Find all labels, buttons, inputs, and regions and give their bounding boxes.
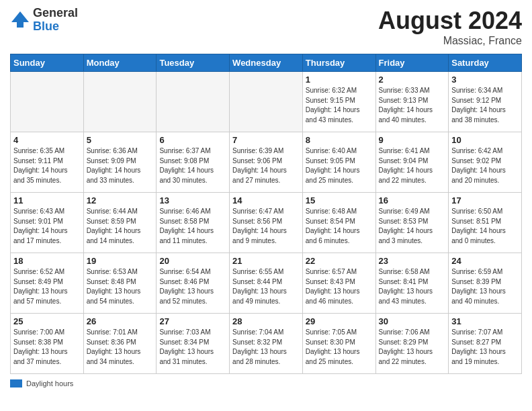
calendar-day-cell: 4Sunrise: 6:35 AM Sunset: 9:11 PM Daylig… [11,132,84,193]
day-info: Sunrise: 6:55 AM Sunset: 8:44 PM Dayligh… [232,267,300,306]
calendar-day-cell: 10Sunrise: 6:42 AM Sunset: 9:02 PM Dayli… [449,132,522,193]
day-info: Sunrise: 7:05 AM Sunset: 8:30 PM Dayligh… [306,328,373,367]
calendar-week-row: 4Sunrise: 6:35 AM Sunset: 9:11 PM Daylig… [11,132,522,193]
logo-general: General [33,7,78,20]
day-info: Sunrise: 6:32 AM Sunset: 9:15 PM Dayligh… [306,86,373,125]
calendar-day-cell: 19Sunrise: 6:53 AM Sunset: 8:48 PM Dayli… [83,253,157,314]
day-number: 28 [232,316,300,326]
day-number: 3 [451,75,519,85]
calendar-week-row: 18Sunrise: 6:52 AM Sunset: 8:49 PM Dayli… [11,253,522,314]
day-info: Sunrise: 6:50 AM Sunset: 8:51 PM Dayligh… [451,207,519,246]
day-number: 17 [451,195,519,205]
day-info: Sunrise: 7:04 AM Sunset: 8:32 PM Dayligh… [232,328,300,367]
day-number: 31 [451,316,519,326]
calendar-day-cell: 12Sunrise: 6:44 AM Sunset: 8:59 PM Dayli… [83,193,157,253]
day-info: Sunrise: 6:54 AM Sunset: 8:46 PM Dayligh… [159,267,226,306]
day-number: 1 [306,75,373,85]
day-number: 7 [232,135,300,145]
day-info: Sunrise: 6:46 AM Sunset: 8:58 PM Dayligh… [159,207,226,246]
day-number: 30 [379,316,446,326]
day-number: 29 [306,316,373,326]
day-info: Sunrise: 6:41 AM Sunset: 9:04 PM Dayligh… [379,146,446,185]
day-info: Sunrise: 6:37 AM Sunset: 9:08 PM Dayligh… [159,146,226,185]
calendar-day-cell: 21Sunrise: 6:55 AM Sunset: 8:44 PM Dayli… [230,253,303,314]
calendar-day-cell: 2Sunrise: 6:33 AM Sunset: 9:13 PM Daylig… [375,72,449,132]
day-number: 25 [13,316,81,326]
header-friday: Friday [375,54,449,72]
day-info: Sunrise: 6:59 AM Sunset: 8:39 PM Dayligh… [451,267,519,306]
day-number: 13 [159,195,226,205]
day-number: 5 [87,135,154,145]
day-info: Sunrise: 6:58 AM Sunset: 8:41 PM Dayligh… [379,267,446,306]
day-info: Sunrise: 6:34 AM Sunset: 9:12 PM Dayligh… [451,86,519,125]
calendar-day-cell: 17Sunrise: 6:50 AM Sunset: 8:51 PM Dayli… [449,193,522,253]
day-info: Sunrise: 6:42 AM Sunset: 9:02 PM Dayligh… [451,146,519,185]
day-info: Sunrise: 6:39 AM Sunset: 9:06 PM Dayligh… [232,146,300,185]
calendar-day-cell: 26Sunrise: 7:01 AM Sunset: 8:36 PM Dayli… [83,314,157,374]
day-number: 22 [306,256,373,266]
calendar-day-cell: 24Sunrise: 6:59 AM Sunset: 8:39 PM Dayli… [449,253,522,314]
svg-marker-0 [11,11,29,22]
header-thursday: Thursday [302,54,375,72]
header-tuesday: Tuesday [157,54,230,72]
logo: General Blue [10,7,78,34]
calendar-day-cell [83,72,157,132]
day-number: 26 [87,316,154,326]
logo-text: General Blue [33,7,78,34]
day-number: 16 [379,195,446,205]
day-number: 14 [232,195,300,205]
calendar-week-row: 1Sunrise: 6:32 AM Sunset: 9:15 PM Daylig… [11,72,522,132]
day-info: Sunrise: 6:35 AM Sunset: 9:11 PM Dayligh… [13,146,81,185]
calendar-day-cell: 30Sunrise: 7:06 AM Sunset: 8:29 PM Dayli… [375,314,449,374]
page-header: General Blue August 2024 Massiac, France [10,7,522,47]
calendar-day-cell: 31Sunrise: 7:07 AM Sunset: 8:27 PM Dayli… [449,314,522,374]
day-number: 2 [379,75,446,85]
header-saturday: Saturday [449,54,522,72]
month-year-title: August 2024 [378,7,522,35]
calendar-day-cell: 22Sunrise: 6:57 AM Sunset: 8:43 PM Dayli… [302,253,375,314]
day-info: Sunrise: 6:33 AM Sunset: 9:13 PM Dayligh… [379,86,446,125]
day-info: Sunrise: 7:06 AM Sunset: 8:29 PM Dayligh… [379,328,446,367]
calendar-day-cell: 3Sunrise: 6:34 AM Sunset: 9:12 PM Daylig… [449,72,522,132]
day-number: 15 [306,195,373,205]
day-number: 8 [306,135,373,145]
calendar-week-row: 25Sunrise: 7:00 AM Sunset: 8:38 PM Dayli… [11,314,522,374]
header-wednesday: Wednesday [230,54,303,72]
svg-rect-1 [17,22,24,28]
day-info: Sunrise: 6:40 AM Sunset: 9:05 PM Dayligh… [306,146,373,185]
day-info: Sunrise: 6:44 AM Sunset: 8:59 PM Dayligh… [87,207,154,246]
calendar-day-cell [157,72,230,132]
calendar-header-row: Sunday Monday Tuesday Wednesday Thursday… [11,54,522,72]
calendar-week-row: 11Sunrise: 6:43 AM Sunset: 9:01 PM Dayli… [11,193,522,253]
calendar-day-cell: 6Sunrise: 6:37 AM Sunset: 9:08 PM Daylig… [157,132,230,193]
calendar-day-cell: 20Sunrise: 6:54 AM Sunset: 8:46 PM Dayli… [157,253,230,314]
title-block: August 2024 Massiac, France [378,7,522,47]
day-number: 21 [232,256,300,266]
calendar-day-cell [11,72,84,132]
calendar-day-cell [230,72,303,132]
calendar-footer: Daylight hours [10,379,522,387]
legend-bar-icon [10,379,22,387]
day-info: Sunrise: 7:01 AM Sunset: 8:36 PM Dayligh… [87,328,154,367]
generalblue-logo-icon [10,10,30,30]
day-number: 27 [159,316,226,326]
location-subtitle: Massiac, France [378,35,522,47]
calendar-day-cell: 8Sunrise: 6:40 AM Sunset: 9:05 PM Daylig… [302,132,375,193]
calendar-day-cell: 14Sunrise: 6:47 AM Sunset: 8:56 PM Dayli… [230,193,303,253]
calendar-day-cell: 16Sunrise: 6:49 AM Sunset: 8:53 PM Dayli… [375,193,449,253]
calendar-day-cell: 27Sunrise: 7:03 AM Sunset: 8:34 PM Dayli… [157,314,230,374]
day-info: Sunrise: 6:49 AM Sunset: 8:53 PM Dayligh… [379,207,446,246]
header-monday: Monday [83,54,157,72]
day-info: Sunrise: 6:47 AM Sunset: 8:56 PM Dayligh… [232,207,300,246]
day-number: 10 [451,135,519,145]
day-number: 4 [13,135,81,145]
day-info: Sunrise: 6:57 AM Sunset: 8:43 PM Dayligh… [306,267,373,306]
day-number: 24 [451,256,519,266]
day-info: Sunrise: 7:00 AM Sunset: 8:38 PM Dayligh… [13,328,81,367]
calendar-day-cell: 29Sunrise: 7:05 AM Sunset: 8:30 PM Dayli… [302,314,375,374]
day-number: 12 [87,195,154,205]
day-number: 6 [159,135,226,145]
legend-label: Daylight hours [26,379,73,387]
calendar-day-cell: 23Sunrise: 6:58 AM Sunset: 8:41 PM Dayli… [375,253,449,314]
calendar-day-cell: 25Sunrise: 7:00 AM Sunset: 8:38 PM Dayli… [11,314,84,374]
